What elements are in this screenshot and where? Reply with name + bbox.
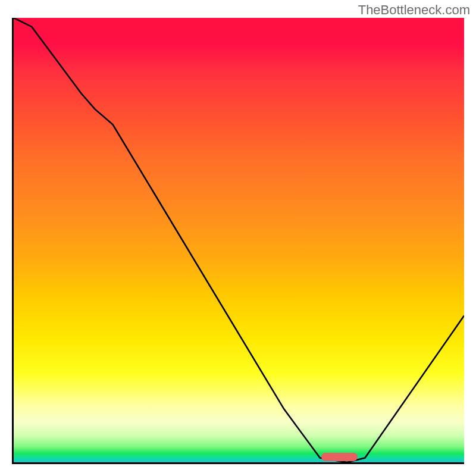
watermark-text: TheBottleneck.com (358, 2, 470, 18)
chart-line-svg (14, 18, 464, 462)
optimal-point-marker (321, 453, 358, 461)
chart-plot-area (12, 18, 464, 464)
bottleneck-curve-path (14, 18, 464, 462)
